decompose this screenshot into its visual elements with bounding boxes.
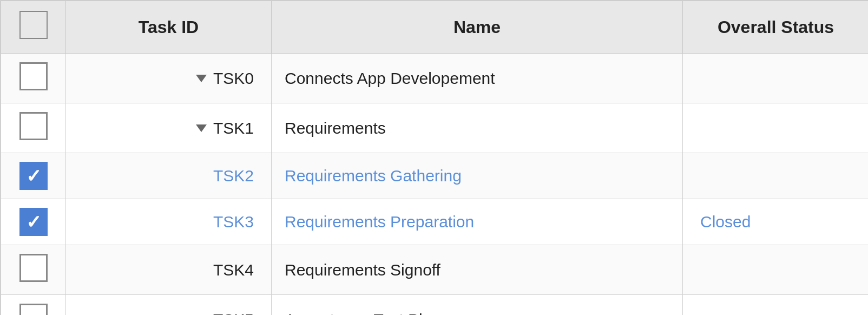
taskid-label: TSK1	[213, 119, 254, 137]
expand-arrow-icon[interactable]	[196, 124, 207, 132]
row-status-cell	[683, 245, 869, 295]
row-checkbox-cell	[1, 295, 66, 316]
row-name-cell: Requirements Signoff	[272, 245, 683, 295]
row-name-cell: Connects App Developement	[272, 54, 683, 103]
task-table-container: Task ID Name Overall Status TSK0Connects…	[0, 0, 868, 315]
taskid-label: TSK0	[213, 69, 254, 88]
row-taskid-cell: TSK1	[66, 103, 272, 153]
table-row: TSK1Requirements	[1, 103, 869, 153]
row-name-cell: Requirements	[272, 103, 683, 153]
taskid-label: TSK3	[213, 213, 254, 231]
row-taskid-cell: TSK2	[66, 153, 272, 199]
checkbox-unchecked[interactable]	[19, 62, 48, 90]
checkbox-unchecked[interactable]	[19, 254, 48, 282]
row-checkbox-cell	[1, 199, 66, 245]
row-status-cell	[683, 54, 869, 103]
header-taskid: Task ID	[66, 1, 272, 54]
row-taskid-cell: TSK0	[66, 54, 272, 103]
header-status: Overall Status	[683, 1, 869, 54]
checkbox-checked[interactable]	[19, 208, 48, 236]
row-name-cell: Requirements Preparation	[272, 199, 683, 245]
expand-arrow-icon[interactable]	[196, 75, 207, 82]
checkbox-unchecked[interactable]	[19, 112, 48, 140]
row-checkbox-cell	[1, 54, 66, 103]
row-status-cell	[683, 103, 869, 153]
table-row: TSK5Acceptance Test Plan	[1, 295, 869, 316]
header-name: Name	[272, 1, 683, 54]
header-checkbox-cell	[1, 1, 66, 54]
taskid-label: TSK5	[213, 311, 254, 316]
row-taskid-cell: TSK3	[66, 199, 272, 245]
row-status-cell	[683, 295, 869, 316]
row-taskid-cell: TSK4	[66, 245, 272, 295]
row-taskid-cell: TSK5	[66, 295, 272, 316]
table-row: TSK2Requirements Gathering	[1, 153, 869, 199]
table-row: TSK4Requirements Signoff	[1, 245, 869, 295]
checkbox-unchecked[interactable]	[19, 304, 48, 315]
row-name-cell: Requirements Gathering	[272, 153, 683, 199]
row-name-cell: Acceptance Test Plan	[272, 295, 683, 316]
table-header-row: Task ID Name Overall Status	[1, 1, 869, 54]
table-row: TSK0Connects App Developement	[1, 54, 869, 103]
row-status-cell	[683, 153, 869, 199]
checkbox-checked[interactable]	[19, 162, 48, 190]
row-status-cell: Closed	[683, 199, 869, 245]
row-checkbox-cell	[1, 245, 66, 295]
taskid-label: TSK2	[213, 167, 254, 185]
task-table: Task ID Name Overall Status TSK0Connects…	[1, 1, 868, 315]
row-checkbox-cell	[1, 103, 66, 153]
table-row: TSK3Requirements PreparationClosed	[1, 199, 869, 245]
taskid-label: TSK4	[213, 261, 254, 279]
header-checkbox[interactable]	[19, 11, 48, 39]
table-body: TSK0Connects App DevelopementTSK1Require…	[1, 54, 869, 316]
row-checkbox-cell	[1, 153, 66, 199]
